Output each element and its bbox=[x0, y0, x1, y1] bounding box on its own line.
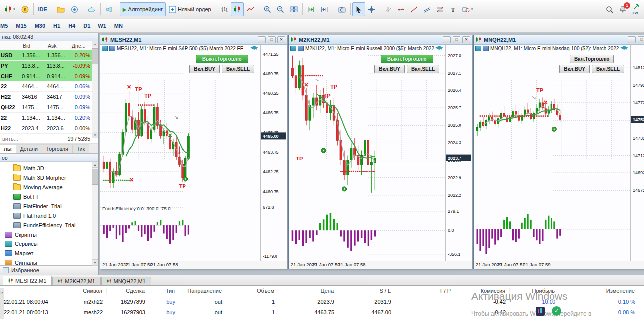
notifications-button[interactable]: 1 bbox=[616, 2, 629, 16]
chart-window-mnqh22-m1[interactable]: MNQH22,M1—□✕MNQH22, M1: Micro E-mini Nas… bbox=[473, 35, 644, 269]
shapes-tool-button[interactable]: ▾ bbox=[460, 2, 476, 16]
market-watch-tab-3[interactable]: Торговля bbox=[42, 144, 73, 153]
chart-window-m2kh22-m1[interactable]: M2KH22,M1—□✕M2KH22, M1: Micro E-mini Rus… bbox=[288, 35, 472, 269]
navigator-item[interactable]: FlatFinder_Trial bbox=[0, 201, 98, 211]
enable-sell-button[interactable]: Вкл.SELL bbox=[592, 65, 624, 73]
news-megaphone-button[interactable] bbox=[102, 2, 116, 16]
timeframe-mn[interactable]: MN bbox=[110, 21, 127, 30]
timeframe-m5[interactable]: M5 bbox=[0, 21, 12, 30]
navigator-scrollbar[interactable]: ▲ ▼ bbox=[92, 161, 98, 266]
market-watch-row[interactable]: QH221475...1475...0.09% bbox=[0, 102, 98, 113]
tray-check-icon[interactable]: ✓ bbox=[552, 306, 561, 316]
chart-window-mesh22-m1[interactable]: MESH22,M1—□✕MESH22, M1: Micro E-mini S&P… bbox=[100, 35, 287, 269]
zoom-in-button[interactable] bbox=[261, 2, 274, 16]
profiles-button[interactable]: $ bbox=[18, 2, 32, 16]
enable-buy-button[interactable]: Вкл.BUY bbox=[189, 65, 220, 73]
window-titlebar[interactable]: MESH22,M1—□✕ bbox=[100, 35, 287, 45]
market-watch-tab-1[interactable]: лы bbox=[0, 144, 16, 153]
enable-buy-button[interactable]: Вкл.BUY bbox=[374, 65, 405, 73]
open-data-folder-button[interactable] bbox=[54, 2, 68, 16]
navigator-item[interactable]: Скрипты bbox=[0, 230, 98, 239]
window-titlebar[interactable]: MNQH22,M1—□✕ bbox=[474, 35, 644, 45]
enable-buy-button[interactable]: Вкл.BUY bbox=[559, 65, 590, 73]
restore-button[interactable]: □ bbox=[453, 36, 460, 43]
timeframe-m15[interactable]: M15 bbox=[12, 21, 30, 30]
horizontal-line-tool-button[interactable] bbox=[395, 2, 408, 16]
line-chart-type-button[interactable] bbox=[244, 2, 257, 16]
levels-button[interactable]: LVL bbox=[629, 2, 642, 16]
navigator-item[interactable]: FlatTrand 1.0 bbox=[0, 211, 98, 220]
market-watch-row[interactable]: 224464...4464...0.06% bbox=[0, 81, 98, 92]
scroll-up-arrow-icon[interactable]: ▲ bbox=[92, 41, 98, 47]
toggle-trading-button[interactable]: Вкл.Торговлю bbox=[570, 55, 614, 63]
chart-tab-mesh22-m1[interactable]: MESH22,M1 bbox=[3, 276, 52, 285]
candles-chart-type-button[interactable] bbox=[231, 2, 244, 16]
tray-app-icon[interactable] bbox=[536, 307, 545, 316]
scroll-up-arrow-icon[interactable]: ▲ bbox=[92, 161, 98, 168]
screenshot-camera-button[interactable] bbox=[335, 2, 349, 16]
search-button[interactable] bbox=[603, 2, 616, 16]
market-watch-row[interactable]: H2234616346170.09% bbox=[0, 92, 98, 102]
trendline-tool-button[interactable] bbox=[408, 2, 421, 16]
vertical-line-tool-button[interactable] bbox=[382, 2, 395, 16]
market-watch-row[interactable]: USD1.356...1.356...-0.20% bbox=[0, 50, 98, 61]
restore-button[interactable]: □ bbox=[638, 36, 644, 43]
close-button[interactable]: ✕ bbox=[277, 36, 285, 43]
indicator-histogram[interactable] bbox=[474, 205, 644, 261]
navigator-item[interactable]: Bot FF bbox=[0, 192, 98, 201]
enable-sell-button[interactable]: Вкл.SELL bbox=[222, 65, 254, 73]
minimize-button[interactable]: — bbox=[258, 36, 266, 43]
timeframe-h4[interactable]: H4 bbox=[64, 21, 79, 30]
indicator-histogram[interactable]: 279.10.0-356.1 bbox=[289, 205, 472, 261]
timeframe-w1[interactable]: W1 bbox=[94, 21, 110, 30]
chart-tab-mnqh22-m1[interactable]: MNQH22,M1 bbox=[101, 277, 151, 285]
navigator-item[interactable]: Маркет bbox=[0, 248, 98, 258]
new-order-button[interactable]: Новый ордер bbox=[166, 2, 214, 16]
timeframe-m30[interactable]: M30 bbox=[31, 21, 49, 30]
timeframe-h1[interactable]: H1 bbox=[49, 21, 64, 30]
scrollbar-thumb[interactable] bbox=[92, 169, 98, 185]
navigator-item[interactable]: Math 3D bbox=[0, 163, 98, 173]
navigator-item[interactable]: Moving Average bbox=[0, 182, 98, 192]
navigator-item[interactable]: Сервисы bbox=[0, 239, 98, 248]
market-watch-tab-4[interactable]: Тик bbox=[73, 144, 89, 153]
market-watch-row[interactable]: H222023.42023.60.00% bbox=[0, 123, 98, 134]
market-watch-row[interactable]: 221.134...1.134...0.20% bbox=[0, 113, 98, 123]
window-titlebar[interactable]: M2KH22,M1—□✕ bbox=[289, 35, 472, 45]
zoom-out-button[interactable] bbox=[274, 2, 287, 16]
new-chart-button[interactable]: ▾ bbox=[2, 2, 18, 16]
market-watch-scrollbar[interactable]: ▲ ▼ bbox=[92, 41, 98, 138]
market-watch-row[interactable]: CHF0.914...0.914...-0.09% bbox=[0, 71, 98, 81]
text-tool-button[interactable]: T bbox=[447, 2, 460, 16]
scroll-down-arrow-icon[interactable]: ▼ bbox=[92, 132, 98, 138]
navigator-item[interactable]: Math 3D Morpher bbox=[0, 173, 98, 182]
timeframe-d1[interactable]: D1 bbox=[79, 21, 94, 30]
enable-sell-button[interactable]: Вкл.SELL bbox=[407, 65, 439, 73]
auto-scroll-button[interactable] bbox=[318, 2, 331, 16]
close-button[interactable]: ✕ bbox=[462, 36, 470, 43]
market-watch-tab-2[interactable]: Детали bbox=[16, 144, 42, 153]
shift-end-button[interactable] bbox=[304, 2, 318, 16]
fibonacci-tool-button[interactable] bbox=[434, 2, 447, 16]
crosshair-tool-button[interactable] bbox=[365, 2, 378, 16]
market-watch-row[interactable]: PY113.8...113.8...-0.09% bbox=[0, 61, 98, 71]
minimize-button[interactable]: — bbox=[443, 36, 451, 43]
chart-tab-m2kh22-m1[interactable]: M2KH22,M1 bbox=[52, 277, 100, 285]
cursor-tool-button[interactable] bbox=[352, 2, 365, 16]
channel-tool-button[interactable] bbox=[421, 2, 434, 16]
indicator-histogram[interactable]: 672.8-1179.8 bbox=[100, 205, 287, 261]
minimize-button[interactable]: — bbox=[628, 36, 636, 43]
toggle-trading-button[interactable]: Выкл.Торговлю bbox=[196, 55, 248, 63]
algo-trading-button[interactable]: ▶ Алготрейдинг bbox=[120, 2, 166, 16]
add-symbol-row[interactable]: вить... 19 / 5285 bbox=[0, 134, 98, 144]
restore-button[interactable]: □ bbox=[268, 36, 276, 43]
tile-windows-button[interactable] bbox=[287, 2, 301, 16]
bars-chart-type-button[interactable] bbox=[218, 2, 231, 16]
scroll-down-arrow-icon[interactable]: ▼ bbox=[92, 259, 98, 266]
ide-button[interactable]: IDE bbox=[35, 2, 50, 16]
favorites-bar[interactable]: Избранное bbox=[0, 265, 98, 275]
market-depth-button[interactable] bbox=[68, 2, 81, 16]
navigator-item[interactable]: Сигналы bbox=[0, 258, 98, 265]
navigator-item[interactable]: FundsEfficiency_Trial bbox=[0, 220, 98, 230]
toggle-trading-button[interactable]: Выкл.Торговлю bbox=[381, 55, 433, 63]
